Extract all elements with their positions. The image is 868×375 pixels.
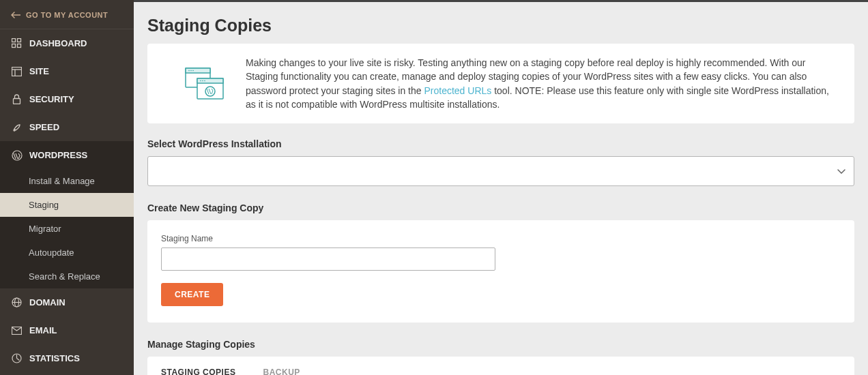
tab-backup[interactable]: BACKUP — [249, 357, 313, 375]
sub-install-manage[interactable]: Install & Manage — [0, 169, 134, 193]
nav-statistics[interactable]: STATISTICS — [0, 344, 134, 372]
svg-point-18 — [188, 70, 190, 71]
nav-wordpress-section: WORDPRESS Install & Manage Staging Migra… — [0, 141, 134, 288]
nav-email-label: EMAIL — [29, 325, 57, 335]
sub-staging-label: Staging — [29, 200, 59, 210]
staging-name-input[interactable] — [161, 247, 495, 271]
email-icon — [11, 325, 23, 336]
nav-site-label: SITE — [29, 66, 49, 76]
nav-devs[interactable]: DEVSag — [0, 372, 134, 375]
select-install-label: Select WordPress Installation — [147, 138, 854, 149]
nav-statistics-label: STATISTICS — [29, 353, 80, 363]
sub-autoupdate-label: Autoupdate — [29, 247, 74, 258]
svg-rect-2 — [12, 44, 16, 48]
tab-staging-copies[interactable]: STAGING COPIES — [147, 357, 249, 375]
dashboard-icon — [11, 38, 23, 49]
svg-point-25 — [204, 80, 205, 81]
site-icon — [11, 65, 23, 77]
speed-icon — [11, 121, 23, 133]
chevron-down-icon — [837, 169, 845, 174]
main-content: Staging Copies Making changes to your li… — [134, 0, 868, 375]
sub-migrator[interactable]: Migrator — [0, 217, 134, 241]
create-button[interactable]: CREATE — [161, 283, 223, 306]
info-text: Making changes to your live site is risk… — [246, 56, 838, 111]
nav-dashboard[interactable]: DASHBOARD — [0, 29, 134, 57]
install-select[interactable] — [147, 156, 854, 186]
svg-point-23 — [200, 80, 201, 81]
create-staging-card: Staging Name CREATE — [147, 220, 854, 322]
nav-speed-label: SPEED — [29, 122, 59, 132]
security-icon — [11, 93, 23, 105]
svg-point-24 — [202, 80, 203, 81]
svg-rect-1 — [18, 39, 21, 42]
svg-point-9 — [12, 151, 22, 160]
nav-dashboard-label: DASHBOARD — [29, 38, 87, 48]
manage-label: Manage Staging Copies — [147, 339, 854, 350]
tabs-card: STAGING COPIES BACKUP — [147, 357, 854, 375]
nav-domain[interactable]: DOMAIN — [0, 288, 134, 316]
sub-migrator-label: Migrator — [29, 224, 61, 234]
domain-icon — [11, 297, 23, 308]
svg-point-20 — [192, 70, 194, 71]
svg-rect-3 — [18, 44, 21, 48]
nav-wordpress[interactable]: WORDPRESS — [0, 141, 134, 169]
protected-urls-link[interactable]: Protected URLs — [424, 85, 491, 96]
nav-security[interactable]: SECURITY — [0, 85, 134, 113]
nav-speed[interactable]: SPEED — [0, 113, 134, 141]
create-section-label: Create New Staging Copy — [147, 202, 854, 213]
back-to-account-link[interactable]: GO TO MY ACCOUNT — [0, 0, 134, 29]
svg-point-8 — [14, 130, 15, 131]
sub-staging[interactable]: Staging — [0, 193, 134, 217]
svg-point-19 — [190, 70, 192, 71]
info-card: Making changes to your live site is risk… — [147, 44, 854, 123]
back-link-label: GO TO MY ACCOUNT — [26, 11, 108, 19]
statistics-icon — [11, 352, 23, 364]
sidebar: GO TO MY ACCOUNT DASHBOARD SITE SECURITY… — [0, 0, 134, 375]
sub-install-label: Install & Manage — [29, 176, 95, 186]
page-title: Staging Copies — [147, 16, 854, 35]
svg-rect-4 — [12, 67, 22, 76]
back-arrow-icon — [11, 12, 20, 18]
nav-site[interactable]: SITE — [0, 57, 134, 85]
staging-illustration-icon — [164, 56, 246, 111]
sub-search-replace[interactable]: Search & Replace — [0, 265, 134, 288]
svg-rect-7 — [14, 99, 20, 104]
nav-email[interactable]: EMAIL — [0, 316, 134, 344]
wordpress-icon — [11, 149, 23, 161]
svg-rect-0 — [12, 39, 16, 42]
nav-domain-label: DOMAIN — [29, 297, 66, 308]
install-select-wrap — [147, 156, 854, 186]
nav-wordpress-label: WORDPRESS — [29, 150, 87, 160]
nav-security-label: SECURITY — [29, 94, 74, 104]
staging-name-label: Staging Name — [161, 234, 841, 243]
sub-search-label: Search & Replace — [29, 271, 100, 282]
sub-autoupdate[interactable]: Autoupdate — [0, 241, 134, 265]
